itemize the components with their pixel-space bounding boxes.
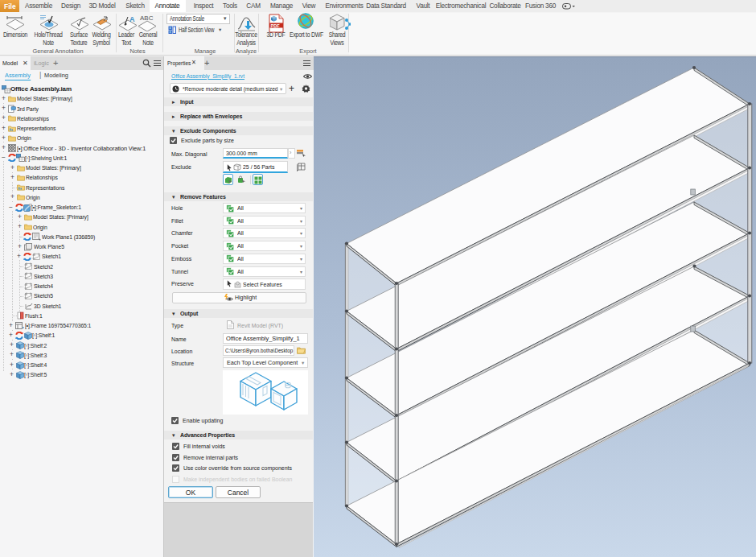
svg-text:PDF: PDF bbox=[271, 23, 281, 28]
svg-text:ABC: ABC bbox=[140, 14, 154, 22]
svg-text:A: A bbox=[129, 15, 135, 23]
